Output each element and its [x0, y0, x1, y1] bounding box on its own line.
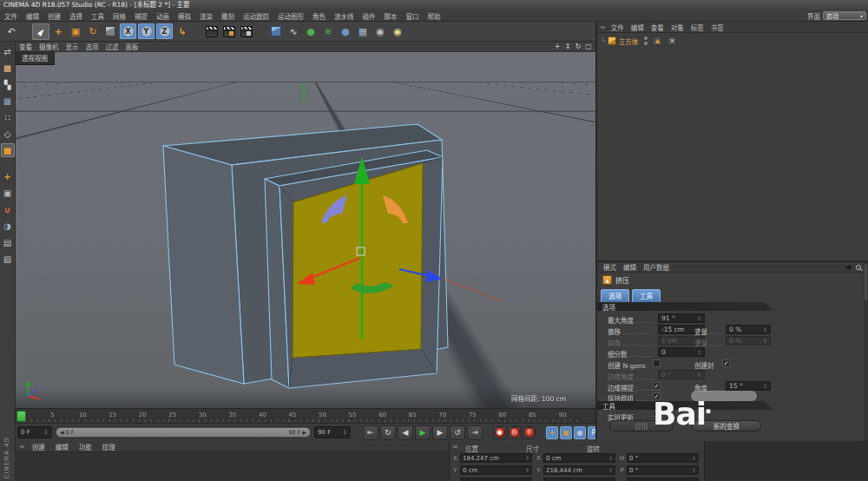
menu-item[interactable]: 帮助 [424, 11, 445, 21]
key-rotation-button[interactable]: ● [574, 426, 586, 439]
menu-item[interactable]: 编辑 [22, 11, 43, 21]
layout-preset-dropdown[interactable]: 启动 ▾ [823, 11, 866, 20]
menu-item[interactable]: 选择 [65, 11, 87, 21]
workplane-lock-icon[interactable]: ▤ [1, 235, 15, 249]
subdivision-field[interactable]: 0↕ [658, 347, 705, 357]
points-mode-icon[interactable]: ∷ [1, 110, 15, 124]
light-icon[interactable]: ◉ [389, 23, 406, 40]
edges-mode-icon[interactable]: ◇ [1, 127, 15, 141]
rotate-view-icon[interactable]: ↻ [573, 43, 583, 50]
viewport-menu-item[interactable]: 摄像机 [36, 42, 62, 51]
coordinate-field[interactable]: 216.444 cm↕ [543, 465, 615, 475]
previous-frame-button[interactable]: ◀ [398, 425, 413, 440]
timeline-playhead[interactable] [16, 411, 26, 422]
enable-axis-icon[interactable]: + [1, 169, 15, 183]
coordinate-field[interactable]: 0 °↕ [627, 453, 699, 463]
quantize-icon[interactable]: ◑ [1, 219, 15, 233]
pan-view-icon[interactable]: + [552, 43, 562, 50]
object-name[interactable]: 立方体 [619, 36, 639, 46]
cube-object[interactable] [163, 124, 448, 388]
object-manager-menu-item[interactable]: 编辑 [628, 23, 648, 32]
toggle-views-icon[interactable]: ▢ [583, 43, 594, 50]
record-keyframe-button[interactable]: ● [493, 426, 506, 439]
environment-icon[interactable]: ● [337, 23, 354, 40]
viewport-menu-item[interactable]: 显示 [62, 42, 82, 51]
viewport-menu-item[interactable]: 过滤 [102, 42, 122, 51]
workplane-mode-icon[interactable]: ▦ [1, 94, 15, 108]
render-view-icon[interactable] [203, 23, 220, 40]
section-header-options[interactable]: 选项 [597, 302, 868, 311]
move-icon[interactable]: + [49, 23, 67, 40]
scale-icon[interactable]: ▣ [67, 23, 84, 40]
scrollbar[interactable] [864, 262, 868, 441]
menu-item[interactable]: 动画 [152, 11, 174, 21]
model-mode-icon[interactable]: ■ [1, 61, 15, 75]
create-ngons-checkbox[interactable] [653, 359, 661, 367]
tab-tool[interactable]: 工具 [632, 289, 661, 303]
object-row-cube[interactable]: └ 立方体 ▲ × [601, 36, 677, 46]
material-menu-item[interactable]: 编辑 [50, 442, 74, 451]
viewport-solo-icon[interactable]: ▣ [1, 186, 15, 200]
timeline-ruler[interactable]: 051015202530354045505560657075808590 [16, 408, 595, 423]
material-menu-item[interactable]: 纹理 [97, 442, 121, 451]
edge-snap-checkbox[interactable] [653, 382, 661, 390]
object-manager-menu-item[interactable]: 文件 [608, 23, 628, 32]
visibility-toggle-dots[interactable] [644, 36, 648, 45]
menu-item[interactable]: 雕刻 [217, 11, 239, 21]
camera-icon[interactable]: ◉ [372, 23, 389, 40]
menu-item[interactable]: 角色 [308, 11, 330, 21]
timeline-range-slider[interactable]: ◀ 0 F 90 F ▶ [55, 426, 312, 438]
hierarchy-branch[interactable]: └ [601, 37, 605, 45]
panel-grip-icon[interactable]: ≡ [452, 443, 458, 451]
go-to-start-button[interactable]: ⇤ [363, 425, 378, 440]
menu-item[interactable]: 文件 [0, 11, 22, 21]
menu-item[interactable]: 流水线 [330, 11, 358, 21]
attribute-manager-menu-item[interactable]: 模式 [600, 262, 620, 272]
object-manager-menu-item[interactable]: 标签 [687, 23, 707, 32]
section-header-tool[interactable]: 工具 [597, 401, 868, 410]
attribute-manager-menu-item[interactable]: 用户数据 [640, 262, 673, 272]
end-frame-field[interactable]: 90 F↕ [314, 426, 351, 438]
snap-angle-field[interactable]: 15 °↕ [726, 381, 771, 391]
menu-item[interactable]: 工具 [87, 11, 108, 21]
material-menu-item[interactable]: 创建 [27, 442, 50, 451]
lock-z-icon[interactable]: Z [156, 23, 173, 39]
material-menu-item[interactable]: 功能 [74, 442, 97, 451]
pen-spline-icon[interactable]: ∿ [285, 23, 302, 40]
menu-item[interactable]: 运动跟踪 [239, 11, 273, 21]
attribute-manager-menu-item[interactable]: 编辑 [620, 262, 640, 272]
menu-item[interactable]: 模拟 [174, 11, 195, 21]
coordinate-system-icon[interactable]: ↳ [174, 23, 191, 40]
history-back-icon[interactable]: ◀ [845, 263, 851, 271]
next-frame-button[interactable]: ▶ [432, 425, 448, 440]
coordinate-field[interactable]: 184.247 cm↕ [460, 453, 532, 463]
loop-button[interactable]: ↺ [450, 425, 465, 440]
render-settings-icon[interactable] [238, 23, 255, 40]
panel-grip-icon[interactable]: ≡ [600, 23, 606, 31]
deformer-icon[interactable]: ≋ [319, 23, 337, 40]
texture-mode-icon[interactable]: ▚ [1, 77, 15, 91]
cube-left-face[interactable] [163, 146, 244, 384]
max-angle-field[interactable]: 91 °↕ [658, 313, 705, 323]
interactive-render-region-icon[interactable]: ▧ [1, 252, 15, 266]
tab-options[interactable]: 选项 [601, 289, 629, 303]
object-manager-menu-item[interactable]: 查看 [648, 23, 667, 32]
object-manager-menu-item[interactable]: 书签 [707, 23, 727, 32]
play-mode-button[interactable]: ↻ [380, 425, 396, 440]
make-editable-icon[interactable]: ⇄ [1, 44, 15, 58]
menu-item[interactable]: 网格 [108, 11, 130, 21]
viewport-menu-item[interactable]: 选项 [82, 42, 102, 51]
subdivision-surface-icon[interactable]: ● [302, 23, 319, 40]
add-cube-icon[interactable] [267, 23, 285, 40]
viewport-menu-item[interactable]: 面板 [122, 42, 142, 51]
keyframe-selection-button[interactable]: ? [523, 426, 536, 439]
key-scale-button[interactable]: ▣ [560, 426, 572, 439]
menu-item[interactable]: 渲染 [195, 11, 217, 21]
search-icon[interactable] [856, 265, 861, 270]
lock-x-icon[interactable]: X [120, 23, 136, 39]
key-position-button[interactable]: + [546, 426, 558, 439]
autokeying-button[interactable]: () [508, 426, 521, 439]
menu-item[interactable]: 脚本 [380, 11, 402, 21]
menu-item[interactable]: 插件 [358, 11, 380, 21]
current-frame-field[interactable]: 0 F↕ [17, 426, 52, 438]
